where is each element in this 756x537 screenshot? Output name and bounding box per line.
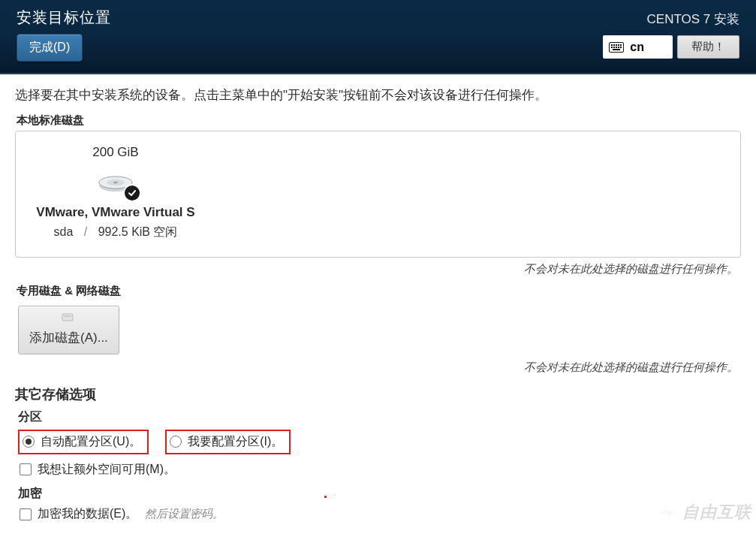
extra-space-row: 我想让额外空间可用(M)。 <box>20 462 741 479</box>
local-disks-label: 本地标准磁盘 <box>17 113 741 128</box>
disk-item[interactable]: 200 GiB VMware, VMware Virtual S sda / 9… <box>29 145 202 240</box>
special-disks-label: 专用磁盘 & 网络磁盘 <box>17 284 741 298</box>
partition-radio-group: 自动配置分区(U)。 我要配置分区(I)。 <box>18 430 741 454</box>
disk-free: 992.5 KiB 空闲 <box>98 225 178 238</box>
encrypt-option-label: 加密我的数据(E)。 <box>38 506 137 522</box>
special-disks-hint: 不会对未在此处选择的磁盘进行任何操作。 <box>15 361 738 375</box>
local-disks-panel: 200 GiB VMware, VMware Virtual S sda / 9… <box>15 131 741 258</box>
radio-dot-icon <box>23 436 35 448</box>
highlight-auto: 自动配置分区(U)。 <box>18 430 149 454</box>
header-left: 安装目标位置 完成(D) <box>17 8 111 73</box>
add-disk-button[interactable]: 添加磁盘(A)... <box>18 306 119 354</box>
decorative-dot <box>324 496 327 498</box>
hard-disk-icon <box>95 164 137 199</box>
checkbox-box-icon <box>20 508 32 520</box>
svg-rect-5 <box>620 44 622 46</box>
install-label: CENTOS 7 安装 <box>647 11 739 28</box>
radio-dot-icon <box>170 436 182 448</box>
keyboard-layout-selector[interactable]: cn <box>603 35 673 59</box>
help-button[interactable]: 帮助！ <box>677 35 739 59</box>
content-area: 选择要在其中安装系统的设备。点击主菜单中的"开始安装"按钮前不会对该设备进行任何… <box>0 74 756 522</box>
encrypt-hint: 然后设置密码。 <box>145 507 224 521</box>
svg-point-15 <box>113 182 118 183</box>
svg-rect-4 <box>618 44 619 46</box>
disk-name: VMware, VMware Virtual S <box>29 205 202 220</box>
local-disks-hint: 不会对未在此处选择的磁盘进行任何操作。 <box>15 262 738 276</box>
radio-auto-partition[interactable]: 自动配置分区(U)。 <box>23 434 141 450</box>
svg-rect-1 <box>611 44 613 46</box>
separator: / <box>84 225 87 238</box>
svg-rect-8 <box>616 47 617 48</box>
other-storage-title: 其它存储选项 <box>15 385 741 403</box>
done-button[interactable]: 完成(D) <box>17 34 83 62</box>
page-title: 安装目标位置 <box>17 8 111 28</box>
intro-text: 选择要在其中安装系统的设备。点击主菜单中的"开始安装"按钮前不会对该设备进行任何… <box>15 86 741 104</box>
radio-manual-partition[interactable]: 我要配置分区(I)。 <box>170 434 283 450</box>
header-right: CENTOS 7 安装 cn 帮助！ <box>603 8 739 73</box>
check-icon <box>123 184 141 202</box>
header-bar: 安装目标位置 完成(D) CENTOS 7 安装 cn 帮助！ <box>0 0 756 74</box>
svg-rect-9 <box>618 47 619 48</box>
radio-auto-label: 自动配置分区(U)。 <box>41 434 141 450</box>
checkbox-box-icon <box>20 463 32 475</box>
svg-rect-2 <box>613 44 615 46</box>
svg-rect-16 <box>62 314 73 321</box>
checkbox-extra-space[interactable]: 我想让额外空间可用(M)。 <box>20 462 176 478</box>
svg-rect-11 <box>613 49 620 50</box>
disk-plus-icon <box>62 311 75 326</box>
keyboard-layout-code: cn <box>630 41 644 54</box>
disk-meta: sda / 992.5 KiB 空闲 <box>29 225 202 240</box>
disk-size: 200 GiB <box>29 145 202 160</box>
partition-label: 分区 <box>18 409 741 425</box>
encrypt-label: 加密 <box>18 486 741 502</box>
svg-rect-10 <box>620 47 622 48</box>
svg-rect-17 <box>64 315 71 317</box>
add-disk-label: 添加磁盘(A)... <box>29 329 108 346</box>
keyboard-icon <box>609 42 624 53</box>
top-controls: cn 帮助！ <box>603 35 739 59</box>
extra-space-label: 我想让额外空间可用(M)。 <box>38 462 176 478</box>
checkbox-encrypt[interactable]: 加密我的数据(E)。 <box>20 506 137 522</box>
svg-rect-3 <box>616 44 617 46</box>
svg-rect-7 <box>613 47 615 48</box>
radio-manual-label: 我要配置分区(I)。 <box>188 434 283 450</box>
encrypt-row: 加密我的数据(E)。 然后设置密码。 <box>20 506 741 522</box>
disk-device: sda <box>54 225 74 238</box>
highlight-manual: 我要配置分区(I)。 <box>165 430 291 454</box>
svg-rect-6 <box>611 47 613 48</box>
